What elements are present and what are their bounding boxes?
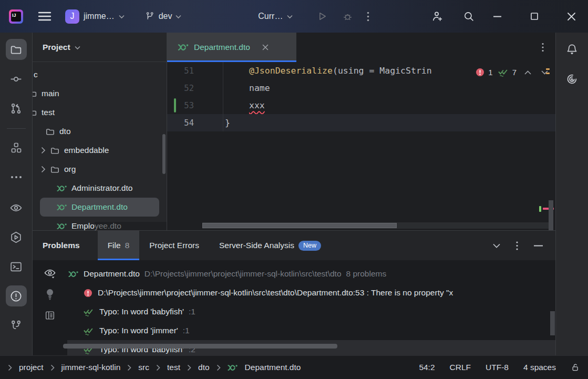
chevron-right-icon: [156, 364, 160, 371]
tab-options-button[interactable]: [542, 43, 544, 52]
tree-vertical-scrollbar[interactable]: [162, 134, 166, 174]
stripe-warning-mark[interactable]: [546, 73, 550, 74]
chevron-right-icon[interactable]: [41, 147, 46, 154]
file-problem-count: 8: [125, 241, 130, 250]
search-everywhere-button[interactable]: [463, 11, 474, 22]
tree-item-selected[interactable]: Department.dto: [40, 198, 159, 217]
unlock-icon[interactable]: [571, 362, 580, 373]
problem-file-row[interactable]: Department.dto D:\Projects\jimmer\projec…: [67, 264, 555, 283]
code-with-me-button[interactable]: [431, 10, 443, 23]
problems-horizontal-scrollbar[interactable]: [63, 344, 337, 349]
problems-tool-window: Problems File 8 Project Errors Server-Si…: [33, 230, 555, 355]
editor-horizontal-scrollbar-thumb[interactable]: [202, 223, 397, 228]
window-minimize-button[interactable]: [493, 16, 501, 17]
code-line-53[interactable]: 53 xxx: [167, 97, 555, 114]
previous-problem-button[interactable]: [524, 70, 531, 75]
tool-terminal-button[interactable]: [6, 256, 27, 277]
notifications-button[interactable]: [562, 39, 583, 60]
window-close-button[interactable]: [568, 13, 575, 21]
tree-item[interactable]: test: [33, 103, 167, 122]
code-line-52[interactable]: 52 name: [167, 79, 555, 97]
tool-commit-button[interactable]: [6, 68, 27, 89]
breadcrumb-item[interactable]: project: [19, 363, 44, 372]
problems-vertical-scrollbar[interactable]: [550, 311, 555, 335]
tree-item[interactable]: org: [33, 160, 167, 179]
tool-problems-button[interactable]: [6, 285, 27, 306]
left-tool-window-bar: [0, 33, 33, 355]
tool-more-button[interactable]: [6, 167, 27, 188]
editor-area: Department.dto 51 @J: [167, 33, 555, 230]
tool-endpoints-button[interactable]: [6, 197, 27, 218]
breadcrumb-item[interactable]: jimmer-sql-kotlin: [61, 363, 121, 372]
view-options-button[interactable]: [44, 268, 56, 279]
editor-horizontal-scrollbar-track[interactable]: [202, 222, 549, 229]
typo-count: :1: [189, 307, 195, 316]
chevron-down-icon: [287, 15, 293, 19]
breadcrumb-item[interactable]: src: [138, 363, 149, 372]
file-name: Department.dto: [84, 269, 140, 279]
panel-options-button[interactable]: [516, 241, 518, 250]
problems-tab-server-side[interactable]: Server-Side Analysis New: [209, 231, 331, 260]
ai-assistant-button[interactable]: [562, 68, 583, 89]
problem-typo-row[interactable]: Typo: In word 'jimmer' :1: [67, 321, 555, 340]
tree-item[interactable]: Administrator.dto: [33, 179, 167, 198]
tree-item[interactable]: embeddable: [33, 141, 167, 160]
hide-panel-button[interactable]: [534, 245, 543, 247]
folder-icon: [45, 127, 55, 137]
debug-button[interactable]: [342, 11, 353, 22]
tree-item[interactable]: c: [33, 65, 167, 84]
open-preview-button[interactable]: [44, 310, 56, 321]
editor-tab-department-dto[interactable]: Department.dto: [167, 33, 296, 62]
file-encoding[interactable]: UTF-8: [486, 363, 509, 372]
project-widget-label: jimme…: [84, 12, 115, 21]
quick-fix-bulb-icon[interactable]: [45, 288, 55, 301]
project-widget[interactable]: J jimme…: [65, 9, 125, 24]
stripe-change-mark[interactable]: [539, 206, 541, 212]
main-menu-button[interactable]: [38, 11, 51, 22]
problems-toolbar: [33, 260, 67, 355]
run-button[interactable]: [317, 11, 327, 22]
window-maximize-button[interactable]: [531, 13, 538, 20]
code-editor[interactable]: 51 @JsonDeserialize(using = MagicStrin 5…: [167, 62, 555, 230]
chevron-down-icon[interactable]: [493, 243, 500, 248]
vcs-branch-widget[interactable]: dev: [145, 11, 182, 22]
problems-tab-file[interactable]: File 8: [98, 231, 140, 260]
inspection-widget[interactable]: 1 7: [475, 67, 548, 77]
typo-check-icon: [498, 67, 509, 77]
problem-typo-row[interactable]: Typo: In word 'babyfish' :1: [67, 302, 555, 321]
tree-item[interactable]: dto: [33, 122, 167, 141]
typo-check-icon: [83, 326, 95, 336]
tab-close-icon[interactable]: [262, 44, 269, 50]
problem-count: 8 problems: [346, 269, 387, 279]
tool-services-button[interactable]: [6, 227, 27, 248]
problem-error-row[interactable]: D:\Projects\jimmer\project\jimmer-sql-ko…: [67, 283, 555, 302]
indent-setting[interactable]: 4 spaces: [523, 363, 556, 372]
tool-structure-button[interactable]: [6, 137, 27, 158]
line-separator[interactable]: CRLF: [450, 363, 471, 372]
caret-position[interactable]: 54:2: [419, 363, 435, 372]
breadcrumb-item[interactable]: test: [167, 363, 180, 372]
breadcrumb-item[interactable]: Department.dto: [245, 363, 301, 372]
editor-vertical-scrollbar[interactable]: [549, 200, 553, 230]
tool-git-button[interactable]: [6, 315, 27, 336]
stripe-warning-mark[interactable]: [546, 68, 550, 70]
problems-tab-project-errors[interactable]: Project Errors: [139, 231, 209, 260]
tool-pull-requests-button[interactable]: [6, 98, 27, 119]
chevron-right-icon: [127, 364, 131, 371]
ide-window: IJ J jimme… dev Curr…: [0, 0, 588, 379]
breadcrumb-item[interactable]: dto: [198, 363, 210, 372]
tool-project-button[interactable]: [6, 39, 27, 60]
run-config-label: Curr…: [258, 12, 283, 21]
error-message: D:\Projects\jimmer\project\jimmer-sql-ko…: [98, 288, 453, 298]
tree-item[interactable]: main: [33, 84, 167, 103]
dto-file-icon: [57, 222, 67, 230]
error-icon: [83, 288, 93, 298]
more-actions-button[interactable]: [367, 12, 369, 22]
project-panel-header[interactable]: Project: [33, 33, 167, 62]
code-line-54-current[interactable]: 54 }: [167, 114, 555, 131]
breadcrumbs: project jimmer-sql-kotlin src test dto D…: [8, 363, 301, 372]
run-configuration-widget[interactable]: Curr…: [258, 12, 293, 21]
annotation-token: @JsonDeserialize: [249, 66, 333, 76]
gutter-change-bar: [174, 98, 176, 112]
chevron-right-icon[interactable]: [41, 166, 46, 173]
